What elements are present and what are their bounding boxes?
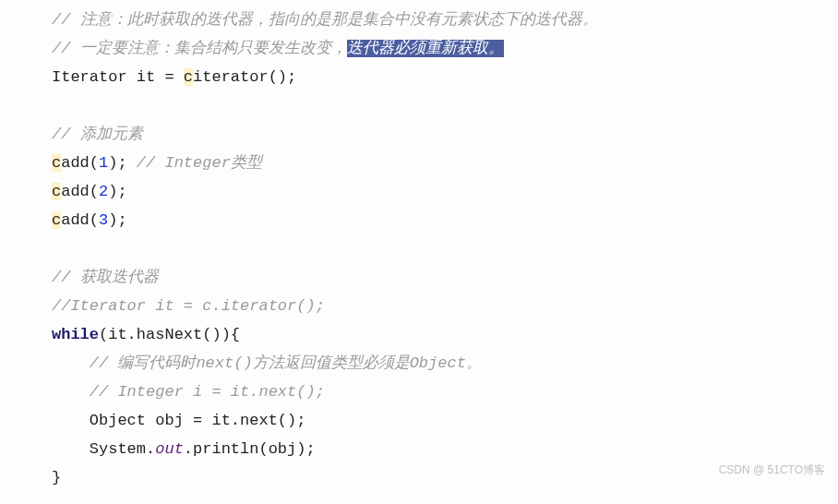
var-c: c [52,154,61,172]
var-c: c [52,211,61,229]
code-line-1: // 注意：此时获取的迭代器，指向的是那是集合中没有元素状态下的迭代器。 [52,6,838,34]
literal-3: 3 [99,211,108,229]
blank-line [52,234,838,263]
literal-1: 1 [99,154,108,172]
code-line-12: while(it.hasNext()){ [52,320,838,349]
code-line-5: // 添加元素 [52,120,838,149]
brace-close: } [52,469,61,486]
comment: //Iterator it = c.iterator(); [52,297,325,315]
code-line-2: // 一定要注意：集合结构只要发生改变，迭代器必须重新获取。 [52,34,838,63]
comment: // 注意：此时获取的迭代器，指向的是那是集合中没有元素状态下的迭代器。 [52,11,598,29]
code-line-8: cadd(3); [52,206,838,234]
comment: // Integer i = it.next(); [90,383,325,401]
code-line-13: // 编写代码时next()方法返回值类型必须是Object。 [52,349,838,378]
blank-line [52,91,838,120]
keyword-while: while [52,326,99,343]
comment: // 添加元素 [52,126,143,143]
field-out: out [155,440,184,458]
watermark-text: CSDN @ 51CTO博客 [719,456,825,485]
code-line-7: cadd(2); [52,177,838,206]
selected-text: 迭代器必须重新获取。 [347,40,504,57]
code-line-3: Iterator it = citerator(); [52,63,838,91]
code-line-10: // 获取迭代器 [52,263,838,292]
var-c: c [184,68,193,86]
var-c: c [52,183,61,200]
comment: // 一定要注意：集合结构只要发生改变， [52,40,347,57]
code: Iterator it = [52,68,184,86]
code-line-14: // Integer i = it.next(); [52,378,838,406]
literal-2: 2 [99,183,108,200]
code: Object obj = it.next(); [90,412,306,429]
code-line-6: cadd(1); // Integer类型 [52,149,838,177]
code-line-11: //Iterator it = c.iterator(); [52,292,838,320]
comment: // 获取迭代器 [52,269,159,286]
code-line-15: Object obj = it.next(); [52,406,838,435]
comment: // Integer类型 [137,154,262,172]
comment: // 编写代码时next()方法返回值类型必须是Object。 [90,354,482,372]
